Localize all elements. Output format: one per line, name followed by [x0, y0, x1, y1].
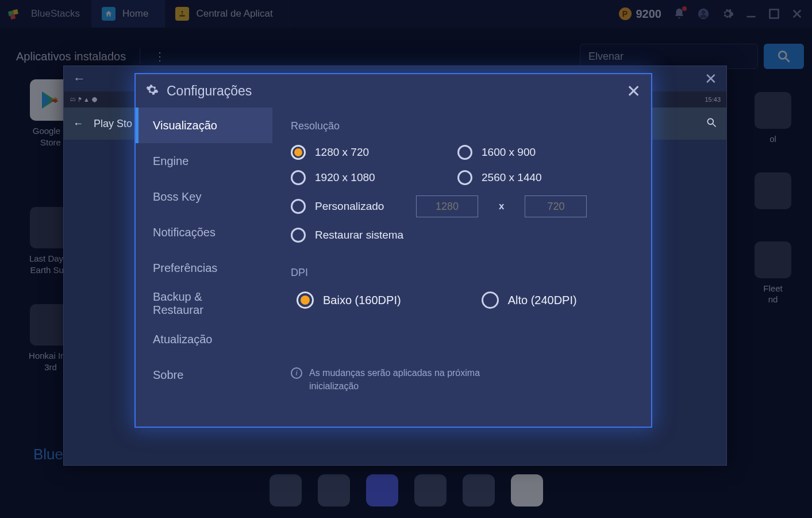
sidebar-item-bosskey[interactable]: Boss Key — [136, 179, 272, 214]
radio-dot-icon — [291, 170, 306, 185]
radio-1600x900[interactable]: 1600 x 900 — [457, 145, 618, 160]
radio-label: Alto (240DPI) — [508, 294, 577, 307]
svg-line-11 — [713, 124, 716, 126]
radio-dpi-high[interactable]: Alto (240DPI) — [482, 291, 577, 309]
settings-modal: Configurações ✕ Visualização Engine Boss… — [134, 73, 652, 428]
radio-restore[interactable]: Restaurar sistema — [291, 228, 452, 243]
radio-2560x1440[interactable]: 2560 x 1440 — [457, 170, 618, 185]
modal-body: Visualização Engine Boss Key Notificaçõe… — [136, 108, 651, 427]
resolution-heading: Resolução — [291, 120, 633, 132]
radio-dot-icon — [291, 228, 306, 243]
radio-dot-icon — [482, 291, 499, 309]
radio-label: 1600 x 900 — [482, 146, 536, 159]
back-arrow-icon[interactable]: ← — [73, 71, 86, 86]
play-store-label: Play Sto — [94, 118, 132, 130]
modal-close-button[interactable]: ✕ — [626, 81, 641, 101]
radio-dot-icon — [457, 145, 472, 160]
clock-label: 15:43 — [705, 96, 721, 103]
dimension-separator: x — [488, 201, 514, 212]
dpi-heading: DPI — [291, 267, 633, 279]
radio-1280x720[interactable]: 1280 x 720 — [291, 145, 452, 160]
status-icons: ಐ ⚑ ▲ ⬤ — [70, 96, 98, 103]
radio-dot-icon — [291, 199, 306, 214]
radio-label: 2560 x 1440 — [482, 171, 542, 184]
custom-height-input[interactable] — [525, 195, 587, 217]
info-icon: i — [291, 367, 302, 379]
radio-label: 1920 x 1080 — [315, 171, 375, 184]
dpi-options: Baixo (160DPI) Alto (240DPI) — [291, 291, 633, 309]
sidebar-item-update[interactable]: Atualização — [136, 321, 272, 357]
radio-label: Baixo (160DPI) — [323, 294, 401, 307]
info-text: As mudanças serão aplicadas na próxima i… — [309, 366, 499, 393]
settings-sidebar: Visualização Engine Boss Key Notificaçõe… — [136, 108, 272, 427]
search-icon[interactable] — [706, 117, 717, 131]
radio-label: 1280 x 720 — [315, 146, 369, 159]
info-message: i As mudanças serão aplicadas na próxima… — [291, 366, 633, 393]
sidebar-item-preferences[interactable]: Preferências — [136, 250, 272, 286]
radio-dot-icon — [457, 170, 472, 185]
modal-header: Configurações ✕ — [136, 74, 651, 108]
dpi-section: DPI Baixo (160DPI) Alto (240DPI) — [291, 267, 633, 309]
radio-dot-icon — [297, 291, 314, 309]
resolution-options: 1280 x 720 1600 x 900 1920 x 1080 2560 x… — [291, 145, 633, 243]
sidebar-item-visualization[interactable]: Visualização — [136, 108, 272, 143]
radio-dot-icon — [291, 145, 306, 160]
radio-1920x1080[interactable]: 1920 x 1080 — [291, 170, 452, 185]
radio-dpi-low[interactable]: Baixo (160DPI) — [297, 291, 401, 309]
settings-content: Resolução 1280 x 720 1600 x 900 1920 x 1… — [272, 108, 651, 427]
sidebar-item-notifications[interactable]: Notificações — [136, 214, 272, 250]
radio-label: Restaurar sistema — [315, 229, 403, 241]
radio-custom[interactable]: Personalizado — [291, 199, 406, 214]
close-icon[interactable]: ✕ — [705, 70, 717, 88]
back-arrow-icon[interactable]: ← — [73, 118, 83, 130]
sidebar-item-backup[interactable]: Backup & Restaurar — [136, 286, 272, 321]
radio-label: Personalizado — [315, 200, 384, 213]
svg-point-10 — [707, 118, 713, 124]
modal-title: Configurações — [167, 83, 252, 99]
custom-width-input[interactable] — [416, 195, 478, 217]
sidebar-item-about[interactable]: Sobre — [136, 357, 272, 393]
sidebar-item-engine[interactable]: Engine — [136, 143, 272, 179]
gear-icon — [146, 83, 159, 98]
